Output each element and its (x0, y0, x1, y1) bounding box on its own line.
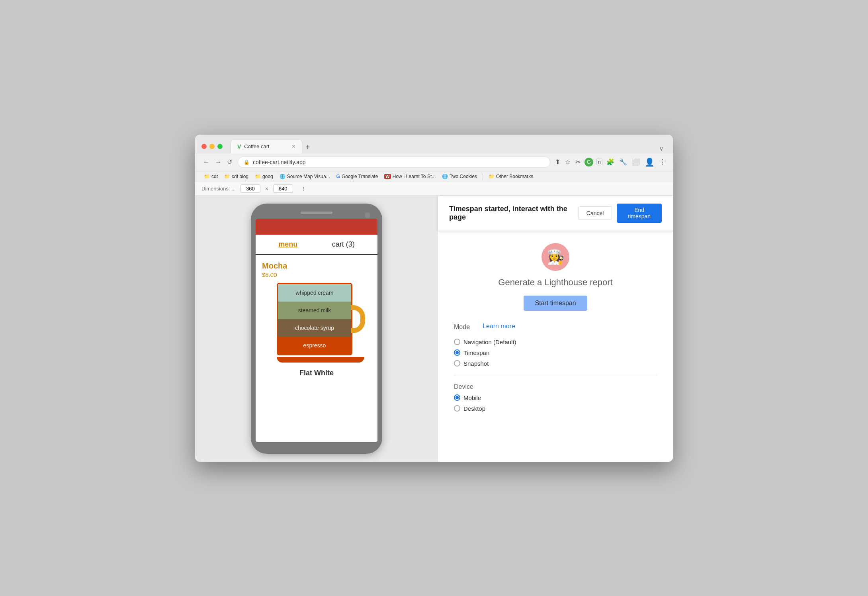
phone-speaker (301, 212, 332, 214)
forward-button[interactable]: → (213, 158, 223, 167)
traffic-lights (201, 144, 223, 149)
device-desktop-radio[interactable] (454, 405, 460, 412)
bookmark-label: cdt blog (232, 174, 248, 179)
lighthouse-panel: Timespan started, interact with the page… (438, 196, 673, 462)
cart-link[interactable]: cart (3) (332, 240, 355, 249)
bookmarks-bar: 📁 cdt 📁 cdt blog 📁 goog 🌐 Source Map Vis… (195, 171, 673, 182)
tab-more-button[interactable]: ∨ (656, 144, 667, 153)
dimensions-label[interactable]: Dimensions: ... (201, 186, 236, 192)
bookmark-label: Google Translate (342, 174, 378, 179)
mode-timespan-radio[interactable] (454, 349, 460, 356)
end-timespan-button[interactable]: End timespan (617, 204, 662, 223)
mode-label: Mode (454, 323, 478, 331)
device-desktop-option[interactable]: Desktop (454, 405, 657, 412)
bookmark-how-i-learnt[interactable]: W How I Learnt To St... (382, 173, 438, 180)
mode-timespan-option[interactable]: Timespan (454, 349, 657, 356)
folder-icon: 📁 (204, 174, 210, 179)
mode-snapshot-label: Snapshot (463, 360, 489, 367)
url-bar[interactable]: 🔒 coffee-cart.netlify.app (238, 157, 550, 168)
phone-nav: menu cart (3) (256, 235, 377, 255)
device-radio-options: Mobile Desktop (454, 394, 657, 412)
share-icon[interactable]: ⬆ (554, 157, 561, 167)
url-text: coffee-cart.netlify.app (253, 159, 306, 165)
lighthouse-icon: 👩‍🍳 (542, 243, 569, 271)
device-desktop-label: Desktop (463, 405, 485, 412)
globe-icon: 🌐 (442, 174, 448, 179)
learn-more-link[interactable]: Learn more (483, 323, 515, 330)
bookmark-two-cookies[interactable]: 🌐 Two Cookies (440, 173, 479, 180)
lighthouse-heading: Generate a Lighthouse report (454, 277, 657, 288)
flat-white-label: Flat White (262, 369, 371, 377)
mode-radio-options: Navigation (Default) Timespan Snapshot (454, 339, 657, 367)
cancel-button[interactable]: Cancel (578, 206, 612, 220)
dimension-cross: × (265, 186, 268, 192)
coffee-cup-illustration: whipped cream steamed milk chocolate syr… (277, 283, 356, 363)
refresh-button[interactable]: ↺ (225, 157, 234, 167)
device-mobile-option[interactable]: Mobile (454, 394, 657, 401)
device-label: Device (454, 383, 657, 390)
device-mobile-label: Mobile (463, 394, 481, 401)
extensions-puzzle-icon[interactable]: 🧩 (606, 157, 615, 167)
mode-navigation-radio[interactable] (454, 339, 460, 345)
lock-icon: 🔒 (244, 159, 250, 165)
close-window-button[interactable] (201, 144, 207, 149)
new-tab-button[interactable]: + (302, 141, 313, 153)
folder-icon: 📁 (255, 174, 261, 179)
address-bar: ← → ↺ 🔒 coffee-cart.netlify.app ⬆ ☆ ✂ G … (195, 153, 673, 171)
scissors-icon[interactable]: ✂ (575, 157, 581, 167)
extension-icon[interactable]: G (585, 158, 593, 167)
content-area: menu cart (3) Mocha $8.00 whipped cream (195, 196, 673, 462)
cup-layer-espresso: espresso (278, 337, 351, 354)
active-tab[interactable]: V Coffee cart × (231, 139, 302, 153)
bookmark-label: cdt (211, 174, 218, 179)
nav-buttons: ← → ↺ (201, 157, 234, 167)
profile-icon[interactable]: 👤 (644, 157, 655, 168)
minimize-window-button[interactable] (209, 144, 215, 149)
title-bar: V Coffee cart × + ∨ (195, 135, 673, 153)
height-input[interactable] (273, 184, 293, 193)
n-extension-icon[interactable]: n (596, 159, 602, 165)
bookmark-goog[interactable]: 📁 goog (252, 173, 276, 180)
mode-navigation-option[interactable]: Navigation (Default) (454, 339, 657, 345)
mode-snapshot-radio[interactable] (454, 360, 460, 367)
devtools-icon[interactable]: 🔧 (618, 157, 628, 167)
timespan-dialog: Timespan started, interact with the page… (438, 196, 673, 231)
device-mobile-radio[interactable] (454, 394, 460, 401)
layer-label: espresso (303, 342, 326, 349)
bookmark-label: goog (262, 174, 273, 179)
bookmark-other[interactable]: 📁 Other Bookmarks (486, 173, 536, 180)
menu-link[interactable]: menu (278, 240, 297, 249)
bookmark-icon[interactable]: ☆ (564, 157, 571, 167)
bookmark-google-translate[interactable]: G Google Translate (334, 173, 381, 180)
bookmark-label: Two Cookies (450, 174, 477, 179)
bookmark-label: Source Map Visua... (287, 174, 330, 179)
lighthouse-content: 👩‍🍳 Generate a Lighthouse report Start t… (438, 231, 673, 424)
start-timespan-button[interactable]: Start timespan (524, 296, 587, 311)
devtools-bar: Dimensions: ... × ⋮ (195, 182, 673, 196)
browser-window: V Coffee cart × + ∨ ← → ↺ 🔒 coffee-cart.… (195, 135, 673, 462)
mode-snapshot-option[interactable]: Snapshot (454, 360, 657, 367)
globe-icon: 🌐 (280, 174, 285, 179)
bookmark-cdt[interactable]: 📁 cdt (201, 173, 220, 180)
cup-body: whipped cream steamed milk chocolate syr… (277, 283, 352, 355)
devtools-settings-icon[interactable]: ⋮ (301, 186, 306, 192)
layer-label: chocolate syrup (295, 325, 334, 331)
phone-content: Mocha $8.00 whipped cream steame (256, 255, 377, 384)
cup-layer-syrup: chocolate syrup (278, 319, 351, 337)
maximize-window-button[interactable] (217, 144, 223, 149)
split-view-icon[interactable]: ⬜ (631, 157, 641, 167)
phone-camera (365, 212, 370, 218)
translate-icon: G (336, 174, 340, 179)
timespan-title: Timespan started, interact with the page (449, 205, 578, 222)
tab-close-button[interactable]: × (292, 143, 295, 150)
bookmark-source-map[interactable]: 🌐 Source Map Visua... (277, 173, 332, 180)
device-section: Device Mobile Desktop (454, 383, 657, 412)
cup-handle (351, 305, 365, 333)
app-header (256, 219, 377, 235)
width-input[interactable] (240, 184, 260, 193)
phone-screen: menu cart (3) Mocha $8.00 whipped cream (256, 219, 377, 442)
back-button[interactable]: ← (201, 158, 211, 167)
cup-saucer (277, 357, 364, 363)
menu-icon[interactable]: ⋮ (659, 157, 667, 167)
bookmark-cdt-blog[interactable]: 📁 cdt blog (222, 173, 251, 180)
